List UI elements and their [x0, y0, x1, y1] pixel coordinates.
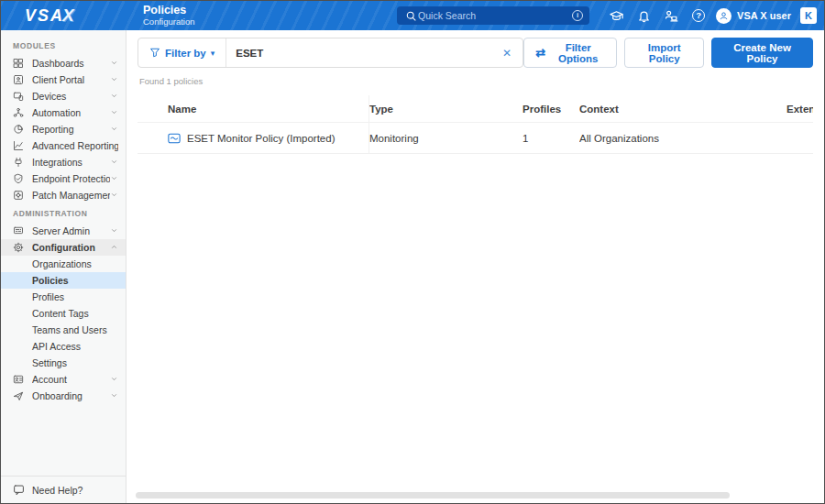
chat-help-icon: [13, 484, 25, 496]
sidebar-item-dashboards[interactable]: Dashboards: [1, 55, 126, 71]
filter-by-dropdown[interactable]: Filter by ▾: [138, 38, 226, 67]
sidebar-item-settings[interactable]: Settings: [1, 355, 126, 371]
column-header-profiles[interactable]: Profiles: [522, 104, 579, 115]
vsax-logo[interactable]: VSA X: [1, 5, 126, 26]
swap-arrows-icon: ⇄: [535, 46, 545, 60]
chevron-down-icon: [110, 190, 118, 201]
top-bar: VSA X Policies Configuration i ?: [1, 1, 824, 30]
search-info-icon[interactable]: i: [572, 10, 583, 21]
clear-search-icon[interactable]: ✕: [491, 47, 522, 60]
help-icon[interactable]: ?: [685, 5, 712, 26]
automation-icon: [13, 107, 24, 118]
chevron-down-icon: [110, 91, 118, 102]
user-menu[interactable]: VSA X user: [716, 8, 791, 24]
app-window: VSA X Policies Configuration i ?: [0, 0, 825, 504]
column-header-extensions[interactable]: Extens: [786, 104, 813, 115]
filter-search-box: Filter by ▾ ✕: [138, 38, 523, 68]
reporting-icon: [13, 124, 24, 135]
advanced-reporting-icon: [13, 140, 24, 151]
need-help-button[interactable]: Need Help?: [1, 476, 126, 503]
logo-x: X: [62, 5, 74, 26]
quick-search[interactable]: i: [397, 6, 589, 25]
dashboards-icon: [13, 58, 24, 69]
horizontal-scrollbar: [132, 492, 819, 499]
configuration-gear-icon: [13, 242, 24, 253]
kaseya-app-icon[interactable]: K: [800, 7, 817, 24]
sidebar-item-endpoint-protection[interactable]: Endpoint Protection: [1, 170, 126, 187]
chevron-down-icon: [110, 390, 118, 401]
sidebar-item-advanced-reporting[interactable]: Advanced Reporting: [1, 137, 126, 154]
account-icon: [13, 374, 24, 385]
sidebar-item-teams-and-users[interactable]: Teams and Users: [1, 322, 126, 338]
notifications-bell-icon[interactable]: [630, 5, 657, 26]
caret-down-icon: ▾: [211, 49, 215, 58]
remote-sessions-icon[interactable]: [657, 5, 685, 26]
table-header-row: Name Type Profiles Context Extens: [138, 95, 813, 123]
chevron-down-icon: [110, 225, 118, 236]
chevron-down-icon: [110, 74, 118, 85]
policy-search-input[interactable]: [226, 48, 491, 59]
chevron-down-icon: [110, 374, 118, 385]
column-header-type[interactable]: Type: [369, 104, 522, 115]
administration-section-label: ADMINISTRATION: [1, 203, 126, 223]
column-header-name[interactable]: Name: [138, 95, 369, 122]
chevron-down-icon: [110, 107, 118, 118]
sidebar-item-configuration[interactable]: Configuration: [1, 239, 126, 256]
table-row[interactable]: ESET Monitor Policy (Imported) Monitorin…: [138, 123, 813, 154]
endpoint-protection-shield-icon: [13, 173, 24, 184]
sidebar-item-account[interactable]: Account: [1, 371, 126, 388]
chevron-down-icon: [110, 124, 118, 135]
sidebar-item-server-admin[interactable]: Server Admin: [1, 223, 126, 239]
devices-icon: [13, 91, 24, 102]
policy-profiles: 1: [522, 133, 579, 144]
filter-options-button[interactable]: ⇄ Filter Options: [523, 38, 617, 68]
onboarding-icon: [13, 390, 24, 401]
user-name: VSA X user: [737, 10, 791, 21]
sidebar-item-integrations[interactable]: Integrations: [1, 154, 126, 170]
toolbar-actions: ⇄ Filter Options Import Policy Create Ne…: [523, 38, 813, 68]
modules-section-label: MODULES: [1, 36, 126, 55]
funnel-icon: [149, 45, 160, 61]
monitor-policy-icon: [168, 133, 181, 144]
sidebar-item-organizations[interactable]: Organizations: [1, 256, 126, 272]
results-count: Found 1 policies: [138, 68, 813, 95]
sidebar-item-profiles[interactable]: Profiles: [1, 289, 126, 305]
sidebar-item-devices[interactable]: Devices: [1, 88, 126, 104]
integrations-icon: [13, 157, 24, 168]
sidebar-item-content-tags[interactable]: Content Tags: [1, 305, 126, 322]
education-icon[interactable]: [602, 5, 630, 26]
chevron-down-icon: [110, 173, 118, 184]
client-portal-icon: [13, 74, 24, 85]
sidebar-item-patch-management[interactable]: Patch Management: [1, 187, 126, 203]
search-icon: [403, 5, 418, 26]
import-policy-button[interactable]: Import Policy: [624, 38, 704, 68]
chevron-down-icon: [110, 157, 118, 168]
column-header-context[interactable]: Context: [579, 104, 786, 115]
policy-context: All Organizations: [579, 133, 786, 144]
patch-management-icon: [13, 190, 24, 201]
page-title: Policies: [143, 4, 195, 16]
sidebar-item-onboarding[interactable]: Onboarding: [1, 388, 126, 404]
breadcrumb: Configuration: [143, 17, 195, 27]
user-avatar-icon: [716, 8, 732, 24]
policies-table: Name Type Profiles Context Extens ESET M…: [138, 95, 813, 154]
sidebar-item-api-access[interactable]: API Access: [1, 338, 126, 355]
sidebar-item-policies[interactable]: Policies: [1, 272, 126, 289]
policy-toolbar: Filter by ▾ ✕ ⇄ Filter Options Import Po…: [138, 38, 813, 68]
policy-name[interactable]: ESET Monitor Policy (Imported): [187, 133, 335, 144]
page-header: Policies Configuration: [143, 4, 195, 27]
create-new-policy-button[interactable]: Create New Policy: [711, 38, 813, 68]
sidebar-item-client-portal[interactable]: Client Portal: [1, 71, 126, 88]
sidebar-item-automation[interactable]: Automation: [1, 104, 126, 121]
sidebar-item-reporting[interactable]: Reporting: [1, 121, 126, 137]
chevron-up-icon: [110, 242, 118, 253]
sidebar: MODULES Dashboards Client Portal Devices: [1, 30, 126, 503]
horizontal-scrollbar-thumb[interactable]: [136, 492, 730, 499]
quick-search-input[interactable]: [418, 10, 572, 21]
main-content: Filter by ▾ ✕ ⇄ Filter Options Import Po…: [126, 30, 824, 503]
logo-text: VSA: [25, 6, 64, 26]
policy-type: Monitoring: [369, 133, 522, 144]
chevron-down-icon: [110, 58, 118, 69]
server-admin-icon: [13, 225, 24, 236]
